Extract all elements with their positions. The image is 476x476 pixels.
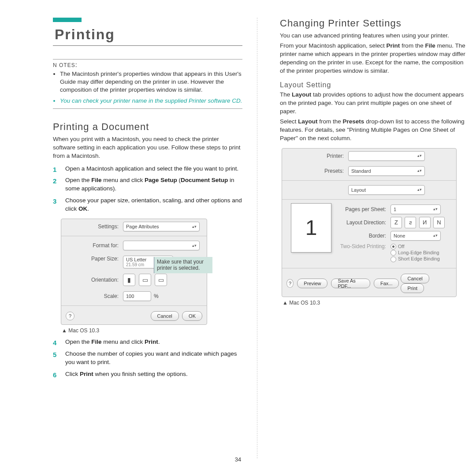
- body-text: You can use advanced printing features w…: [280, 32, 469, 40]
- dropdown-icon: ▴▾: [417, 169, 422, 173]
- cancel-button[interactable]: Cancel: [151, 311, 179, 321]
- paper-size-label: Paper Size:: [66, 256, 123, 262]
- orientation-landscape-button[interactable]: ▭: [139, 274, 151, 286]
- body-text: When you print with a Macintosh, you nee…: [53, 135, 242, 160]
- column-divider: [257, 18, 257, 458]
- layout-direction-label: Layout Direction:: [338, 219, 390, 226]
- dropdown-icon: ▴▾: [433, 207, 438, 211]
- page-title: Printing: [53, 26, 242, 43]
- right-column: Changing Printer Settings You can use ad…: [280, 18, 469, 310]
- note-item: You can check your printer name in the s…: [60, 97, 242, 105]
- layout-direction-button[interactable]: ƨ: [405, 217, 416, 228]
- border-combo[interactable]: None ▴▾: [390, 231, 441, 241]
- print-button[interactable]: Print: [401, 283, 424, 293]
- rule: [53, 45, 242, 46]
- page-setup-dialog: Settings: Page Attributes ▴▾ Format for:…: [61, 219, 207, 325]
- figure-caption: Mac OS 10.3: [62, 327, 242, 334]
- two-sided-label: Two-Sided Printing:: [338, 243, 390, 249]
- settings-label: Settings:: [66, 223, 123, 230]
- dropdown-icon: ▴▾: [192, 244, 197, 248]
- dropdown-icon: ▴▾: [417, 154, 422, 158]
- orientation-reverse-button[interactable]: ▭: [155, 274, 167, 286]
- step-item: Open the File menu and click Print.: [53, 338, 242, 346]
- layout-preview: 1: [291, 203, 331, 253]
- figure-caption: Mac OS 10.3: [283, 300, 469, 306]
- left-column: Printing N OTES: The Macintosh printer's…: [53, 18, 242, 382]
- layout-direction-button[interactable]: И: [419, 217, 431, 228]
- printer-callout: Make sure that your printer is selected.: [154, 257, 212, 273]
- orientation-portrait-button[interactable]: ▮: [123, 274, 135, 286]
- page-number: 34: [0, 456, 476, 463]
- notes-label: N OTES: [53, 62, 75, 68]
- presets-label: Presets:: [286, 168, 348, 174]
- scale-label: Scale:: [66, 293, 123, 299]
- help-button[interactable]: ?: [66, 312, 74, 320]
- border-label: Border:: [338, 233, 390, 239]
- accent-bar: [53, 18, 82, 22]
- pages-per-sheet-combo[interactable]: 1 ▴▾: [390, 205, 441, 214]
- printer-label: Printer:: [286, 153, 348, 159]
- scale-field[interactable]: 100: [123, 291, 151, 301]
- fax-button[interactable]: Fax...: [374, 279, 399, 288]
- print-layout-dialog: Printer: ▴▾ Presets: Standard ▴▾ Layout …: [282, 148, 457, 297]
- save-as-pdf-button[interactable]: Save As PDF...: [331, 279, 370, 288]
- orientation-label: Orientation:: [66, 277, 123, 283]
- body-text: The Layout tab provides options to adjus…: [280, 91, 469, 116]
- step-item: Choose your paper size, orientation, sca…: [53, 197, 242, 213]
- body-text: From your Macintosh application, select …: [280, 42, 469, 75]
- scale-unit: %: [154, 293, 159, 299]
- step-item: Click Print when you finish setting the …: [53, 370, 242, 379]
- rule: [53, 59, 242, 60]
- dropdown-icon: ▴▾: [192, 225, 197, 229]
- step-item: Open a Macintosh application and select …: [53, 165, 242, 173]
- printer-combo[interactable]: ▴▾: [348, 151, 425, 161]
- preview-button[interactable]: Preview: [297, 279, 327, 288]
- notes-list: The Macintosh printer's properties windo…: [53, 70, 242, 105]
- format-for-combo[interactable]: ▴▾: [123, 241, 200, 250]
- presets-combo[interactable]: Standard ▴▾: [348, 166, 425, 176]
- pages-per-sheet-label: Pages per Sheet:: [338, 206, 390, 212]
- two-sided-long-radio[interactable]: [390, 250, 396, 256]
- subsection-heading: Layout Setting: [280, 81, 469, 89]
- body-text: Select Layout from the Presets drop-down…: [280, 118, 469, 143]
- rule: [53, 108, 242, 109]
- step-item: Open the File menu and click Page Setup …: [53, 176, 242, 193]
- ok-button[interactable]: OK: [182, 311, 202, 321]
- two-sided-short-radio[interactable]: [390, 257, 396, 262]
- steps-list-continued: Open the File menu and click Print. Choo…: [53, 338, 242, 379]
- note-item: The Macintosh printer's properties windo…: [60, 70, 242, 94]
- help-button[interactable]: ?: [286, 279, 294, 288]
- dropdown-icon: ▴▾: [433, 234, 438, 238]
- step-item: Choose the number of copies you want and…: [53, 350, 242, 367]
- layout-direction-button[interactable]: N: [433, 217, 445, 228]
- cancel-button[interactable]: Cancel: [401, 274, 429, 283]
- layout-direction-button[interactable]: Z: [390, 217, 402, 228]
- format-for-label: Format for:: [66, 242, 123, 249]
- settings-combo[interactable]: Page Attributes ▴▾: [123, 222, 200, 231]
- panel-combo[interactable]: Layout ▴▾: [348, 185, 425, 195]
- steps-list: Open a Macintosh application and select …: [53, 165, 242, 213]
- section-heading: Changing Printer Settings: [280, 18, 469, 29]
- two-sided-off-radio[interactable]: [390, 244, 396, 249]
- section-heading: Printing a Document: [53, 121, 242, 133]
- dropdown-icon: ▴▾: [417, 188, 422, 192]
